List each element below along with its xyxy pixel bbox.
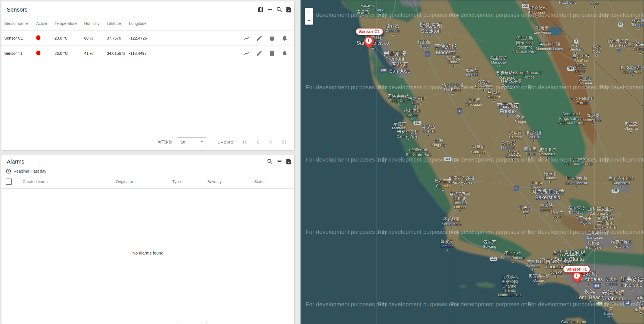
- map-place-label-irvine: 尔湾Irvine: [604, 307, 613, 318]
- last-page-icon[interactable]: [280, 139, 287, 145]
- search-icon[interactable]: [267, 158, 273, 165]
- place-dot: [399, 74, 401, 77]
- map-place-label-napa: Napa: [375, 8, 384, 15]
- place-dot: [442, 189, 444, 191]
- map-marker-sensor-t1[interactable]: [572, 271, 582, 284]
- sensors-toolbar: [257, 6, 292, 13]
- map-place-label-tonopah: 托诺帕Tonopah: [631, 18, 644, 30]
- cell-sensor-name: Sensor C1: [1, 36, 36, 40]
- map-place-label-cambria: 坎布里亚Cambria: [434, 179, 451, 191]
- place-dot: [430, 34, 432, 37]
- map-place-label-gilroy: 吉尔罗伊Gilroy: [408, 96, 425, 108]
- chevron-down-icon: [199, 139, 204, 145]
- alarm-bell-icon[interactable]: [281, 35, 288, 42]
- map-place-label-goldfield: 戈尔德菲尔德Goldfield: [627, 42, 644, 54]
- map[interactable]: For development purposes onlyFor develop…: [301, 0, 644, 324]
- filter-icon[interactable]: [276, 158, 283, 165]
- table-row[interactable]: Sensor T126.0 °C41 %34.015672-118.4497: [1, 46, 294, 61]
- place-dot: [617, 48, 619, 51]
- column-header-severity[interactable]: Severity: [207, 179, 254, 184]
- page-size-value: 10: [181, 140, 185, 144]
- cell-sensor-name: Sensor T1: [1, 51, 36, 56]
- map-place-label-sierra-national: Sierra NationalForest: [515, 71, 541, 79]
- map-place-label-gold-point: 戈尔德波因特Gold Point: [619, 65, 644, 77]
- place-dot: [594, 240, 596, 243]
- clock-icon: [6, 168, 11, 174]
- map-place-label-lone-pine: 隆派恩Lone Pine: [585, 113, 602, 125]
- timeseries-icon[interactable]: [243, 50, 250, 57]
- cell-active: [36, 35, 55, 41]
- alarm-bell-icon[interactable]: [281, 50, 288, 57]
- column-header-originator[interactable]: Originator: [116, 179, 172, 184]
- column-header-active[interactable]: Active: [36, 21, 55, 26]
- column-header-temperature[interactable]: Temperature: [55, 21, 84, 26]
- place-dot: [529, 157, 532, 159]
- map-place-label-mojave: 莫哈韦Mojave: [579, 216, 592, 227]
- place-dot: [451, 227, 453, 229]
- delete-icon[interactable]: [269, 50, 275, 57]
- sort-arrow-icon: ↓: [46, 180, 48, 184]
- thermometer-icon: [574, 273, 580, 279]
- highway-shield-15: 15: [624, 300, 631, 306]
- dev-watermark: For development purposes only: [378, 229, 460, 235]
- map-place-label-salinas: 萨利纳斯Salinas: [404, 108, 421, 120]
- highway-shield-280: 280: [379, 68, 388, 73]
- page-size-select[interactable]: 10: [177, 137, 207, 147]
- search-icon[interactable]: [276, 6, 283, 13]
- place-dot: [631, 288, 633, 291]
- export-icon[interactable]: [285, 158, 292, 165]
- map-place-label-hawthorne: Hawthorne: [559, 1, 577, 8]
- column-header-longitude[interactable]: Longitude: [129, 21, 160, 26]
- highway-shield-395: 395: [567, 66, 575, 71]
- marker-tooltip-sensor-c1[interactable]: Sensor C1: [356, 28, 383, 35]
- column-header-status[interactable]: Status: [254, 179, 294, 184]
- cell-temperature: 20.0 °C: [55, 36, 84, 40]
- place-dot: [532, 269, 534, 271]
- timeseries-icon[interactable]: [243, 35, 250, 42]
- map-place-label-edwards-afb: 爱德华兹空军基地Edwards AFB: [594, 216, 617, 232]
- no-alarms-message: No alarms found: [1, 251, 294, 255]
- map-place-label-santa-cruz: 圣塔克鲁兹Santa Cruz: [388, 94, 409, 106]
- place-dot: [588, 283, 590, 285]
- column-header-created-time[interactable]: Created time↓: [18, 179, 116, 184]
- map-place-label-merced: 默塞德Merced: [466, 68, 479, 80]
- place-dot: [641, 305, 643, 307]
- place-dot: [589, 301, 591, 303]
- map-place-label-inyo-national: Inyo NationalForest: [570, 96, 593, 105]
- column-header-sensor-name[interactable]: Sensor name↑: [1, 21, 36, 26]
- column-header-type[interactable]: Type: [172, 179, 207, 184]
- place-dot: [452, 93, 454, 95]
- next-page-icon[interactable]: [267, 139, 274, 145]
- map-place-label-ventura: 文图拉Ventura: [527, 259, 540, 271]
- marker-tooltip-sensor-t1[interactable]: Sensor T1: [563, 266, 590, 273]
- map-icon[interactable]: [257, 6, 264, 13]
- page-size-select[interactable]: 10: [177, 322, 207, 324]
- dev-watermark: For development purposes only: [450, 12, 532, 18]
- place-dot: [584, 86, 586, 88]
- prev-page-icon[interactable]: [254, 139, 261, 145]
- map-place-label-san-jose: 圣荷西San Jose: [389, 62, 410, 77]
- place-dot: [362, 15, 364, 17]
- sensors-table-header: Sensor name↑ActiveTemperatureHumidityLat…: [1, 17, 294, 31]
- dev-watermark: For development purposes only: [306, 156, 387, 163]
- map-place-label-pfeiffer-big: Pfeiffer BigSur State Park: [406, 148, 431, 157]
- cell-humidity: 60 %: [84, 36, 107, 40]
- table-row[interactable]: Sensor C120.0 °C60 %37.7576-122.4726: [1, 31, 294, 46]
- column-header-humidity[interactable]: Humidity: [84, 21, 107, 26]
- export-icon[interactable]: [285, 6, 292, 13]
- place-dot: [556, 220, 558, 222]
- zoom-in-button[interactable]: +: [305, 8, 313, 16]
- highway-shield-6: 6: [574, 39, 579, 44]
- zoom-out-button[interactable]: −: [305, 16, 313, 25]
- map-marker-sensor-c1[interactable]: [364, 36, 374, 49]
- edit-icon[interactable]: [256, 50, 263, 57]
- place-dot: [391, 34, 394, 36]
- add-icon[interactable]: [267, 6, 273, 13]
- edit-icon[interactable]: [256, 35, 263, 42]
- sensors-table-body: Sensor C120.0 °C60 %37.7576-122.4726Sens…: [1, 31, 294, 61]
- select-all-checkbox[interactable]: [6, 179, 12, 185]
- first-page-icon[interactable]: [242, 139, 248, 145]
- column-header-latitude[interactable]: Latitude: [107, 21, 129, 26]
- delete-icon[interactable]: [269, 35, 275, 42]
- timewindow-button[interactable]: Realtime - last day: [1, 168, 294, 175]
